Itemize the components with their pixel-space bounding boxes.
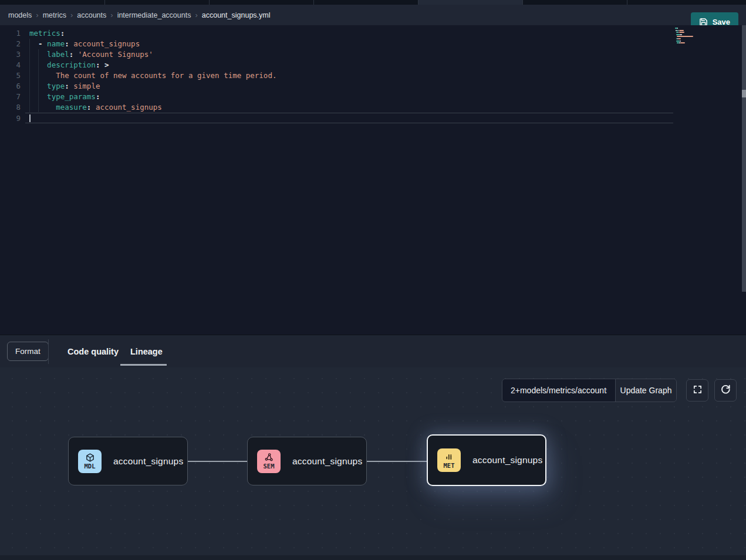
- minimap-segment: [677, 28, 679, 29]
- editor-tab[interactable]: [313, 0, 418, 5]
- active-tab-underline: [120, 364, 167, 366]
- code-line: 8 measure: account_signups: [0, 102, 673, 113]
- lineage-node-met[interactable]: METaccount_signups: [427, 434, 546, 486]
- code-token: account_signups: [91, 103, 161, 112]
- text-cursor: [29, 114, 31, 122]
- editor-tab[interactable]: [209, 0, 313, 5]
- bottom-strip: [0, 555, 746, 560]
- code-lines: 1metrics:2 - name: account_signups3 labe…: [0, 28, 673, 123]
- code-token: type: [47, 82, 65, 90]
- code-line: 7 type_params:: [0, 92, 673, 102]
- refresh-icon: [720, 384, 731, 397]
- lineage-canvas[interactable]: Update Graph MDLaccount_signupsSEMaccoun…: [0, 367, 746, 560]
- minimap-row: [675, 42, 713, 43]
- editor-tab[interactable]: [0, 0, 104, 5]
- code-token: name: [47, 39, 65, 48]
- editor-minimap[interactable]: [675, 28, 713, 46]
- line-number: 9: [4, 113, 21, 124]
- editor-tab[interactable]: [522, 0, 627, 5]
- code-token: simple: [69, 82, 100, 90]
- format-button[interactable]: Format: [7, 342, 49, 361]
- indent-guide: [38, 49, 39, 112]
- node-label: account_signups: [113, 456, 183, 467]
- code-text: [29, 113, 673, 123]
- minimap-row: [675, 34, 713, 35]
- minimap-row: [675, 36, 713, 37]
- code-token: account_signups: [69, 39, 140, 48]
- editor-scrollbar-track[interactable]: [742, 25, 746, 292]
- minimap-row: [675, 30, 713, 31]
- code-token: measure: [56, 103, 87, 112]
- editor-tab-strip: [0, 0, 746, 5]
- line-number: 7: [0, 92, 29, 102]
- breadcrumb-item[interactable]: intermediate_accounts: [117, 11, 191, 19]
- editor-scrollbar-thumb[interactable]: [742, 90, 746, 97]
- tab-code-quality[interactable]: Code quality: [67, 335, 119, 367]
- node-type-badge: MDL: [85, 463, 96, 470]
- code-text: - name: account_signups: [29, 39, 673, 49]
- code-line: 4 description: >: [0, 60, 673, 70]
- refresh-button[interactable]: [714, 379, 737, 402]
- code-token: description: [47, 60, 96, 69]
- editor-tab-active[interactable]: [418, 0, 522, 5]
- code-line: 1metrics:: [0, 28, 673, 39]
- panel-divider: [48, 339, 49, 364]
- breadcrumb-separator-icon: ›: [110, 11, 113, 19]
- breadcrumb: models›metrics›accounts›intermediate_acc…: [0, 11, 271, 19]
- minimap-segment: [677, 36, 693, 37]
- code-token: :: [96, 92, 100, 101]
- code-token: :: [60, 29, 65, 38]
- minimap-segment: [679, 38, 680, 39]
- editor-tab[interactable]: [104, 0, 209, 5]
- code-text: metrics:: [29, 28, 673, 39]
- bottom-panel-header: Format Code quality Lineage: [0, 335, 746, 367]
- code-text: type: simple: [29, 81, 673, 92]
- line-number: 8: [0, 102, 29, 113]
- code-token: :: [65, 82, 69, 90]
- code-line: 6 type: simple: [0, 81, 673, 92]
- breadcrumb-separator-icon: ›: [36, 11, 38, 19]
- code-line: 5 The count of new accounts for a given …: [0, 70, 673, 81]
- lineage-node-sem[interactable]: SEMaccount_signups: [247, 437, 367, 485]
- breadcrumb-separator-icon: ›: [70, 11, 73, 19]
- lineage-edge: [367, 461, 427, 462]
- fullscreen-button[interactable]: [686, 379, 708, 402]
- line-number: 5: [0, 70, 29, 81]
- lineage-node-mdl[interactable]: MDLaccount_signups: [68, 437, 188, 485]
- line-number: 4: [0, 60, 29, 70]
- minimap-row: [675, 38, 713, 39]
- model-cube-icon: MDL: [78, 450, 102, 473]
- minimap-segment: [680, 42, 685, 43]
- fullscreen-icon: [693, 384, 703, 397]
- tab-lineage[interactable]: Lineage: [130, 335, 163, 367]
- update-graph-button[interactable]: Update Graph: [615, 379, 676, 402]
- minimap-segment: [680, 41, 681, 42]
- line-number: 3: [0, 49, 29, 60]
- node-label: account_signups: [292, 456, 362, 467]
- code-token: metrics: [29, 29, 60, 38]
- code-token: -: [29, 39, 47, 48]
- breadcrumb-item[interactable]: models: [8, 11, 32, 19]
- node-label: account_signups: [472, 455, 542, 465]
- minimap-row: [675, 45, 713, 46]
- breadcrumb-item[interactable]: metrics: [43, 11, 66, 19]
- semantic-graph-icon: SEM: [257, 450, 281, 473]
- code-editor[interactable]: 1metrics:2 - name: account_signups3 labe…: [0, 25, 746, 335]
- node-type-badge: SEM: [264, 463, 275, 470]
- minimap-segment: [681, 34, 682, 35]
- breadcrumb-item[interactable]: account_signups.yml: [202, 11, 271, 19]
- minimap-row: [675, 32, 713, 33]
- graph-selector-input[interactable]: [502, 379, 615, 402]
- metric-bars-icon: MET: [437, 448, 461, 472]
- code-token: 'Account Signups': [73, 50, 153, 59]
- editor-tab[interactable]: [627, 0, 746, 5]
- file-header: models›metrics›accounts›intermediate_acc…: [0, 5, 746, 25]
- graph-selector-group: Update Graph: [502, 379, 677, 402]
- code-text: The count of new accounts for a given ti…: [29, 70, 673, 81]
- code-token: label: [47, 50, 69, 59]
- breadcrumb-item[interactable]: accounts: [77, 11, 106, 19]
- code-line: 3 label: 'Account Signups': [0, 49, 673, 60]
- line-number: 1: [0, 28, 29, 39]
- code-text: type_params:: [29, 92, 673, 102]
- indent-guide: [29, 39, 30, 112]
